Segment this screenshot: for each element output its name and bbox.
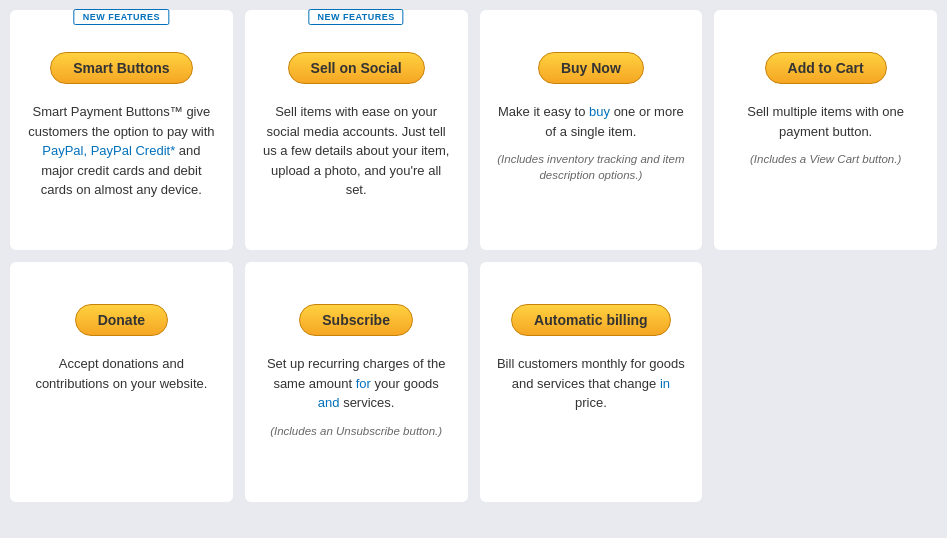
automatic-billing-button[interactable]: Automatic billing bbox=[511, 304, 671, 336]
bottom-row: Donate Accept donations and contribution… bbox=[10, 262, 937, 502]
subscribe-button[interactable]: Subscribe bbox=[299, 304, 413, 336]
card-automatic-billing: Automatic billing Bill customers monthly… bbox=[480, 262, 703, 502]
card-add-to-cart: Add to Cart Sell multiple items with one… bbox=[714, 10, 937, 250]
subscribe-description: Set up recurring charges of the same amo… bbox=[261, 354, 452, 413]
sell-on-social-button[interactable]: Sell on Social bbox=[288, 52, 425, 84]
sell-on-social-description: Sell items with ease on your social medi… bbox=[261, 102, 452, 200]
card-buy-now: Buy Now Make it easy to buy one or more … bbox=[480, 10, 703, 250]
add-to-cart-description: Sell multiple items with one payment but… bbox=[730, 102, 921, 141]
buy-now-description: Make it easy to buy one or more of a sin… bbox=[496, 102, 687, 141]
card-empty bbox=[714, 262, 937, 502]
donate-button[interactable]: Donate bbox=[75, 304, 168, 336]
automatic-billing-description: Bill customers monthly for goods and ser… bbox=[496, 354, 687, 413]
smart-buttons-button[interactable]: Smart Buttons bbox=[50, 52, 192, 84]
card-sell-on-social: NEW FEATURES Sell on Social Sell items w… bbox=[245, 10, 468, 250]
buy-now-button[interactable]: Buy Now bbox=[538, 52, 644, 84]
card-donate: Donate Accept donations and contribution… bbox=[10, 262, 233, 502]
new-features-badge-social: NEW FEATURES bbox=[308, 9, 403, 25]
new-features-badge-smart: NEW FEATURES bbox=[74, 9, 169, 25]
add-to-cart-button[interactable]: Add to Cart bbox=[765, 52, 887, 84]
main-wrapper: NEW FEATURES Smart Buttons Smart Payment… bbox=[10, 10, 937, 502]
card-smart-buttons: NEW FEATURES Smart Buttons Smart Payment… bbox=[10, 10, 233, 250]
buy-now-note: (Includes inventory tracking and item de… bbox=[496, 151, 687, 183]
top-row: NEW FEATURES Smart Buttons Smart Payment… bbox=[10, 10, 937, 250]
add-to-cart-note: (Includes a View Cart button.) bbox=[750, 151, 901, 167]
smart-buttons-description: Smart Payment Buttons™ give customers th… bbox=[26, 102, 217, 200]
donate-description: Accept donations and contributions on yo… bbox=[26, 354, 217, 393]
card-subscribe: Subscribe Set up recurring charges of th… bbox=[245, 262, 468, 502]
subscribe-note: (Includes an Unsubscribe button.) bbox=[270, 423, 442, 439]
